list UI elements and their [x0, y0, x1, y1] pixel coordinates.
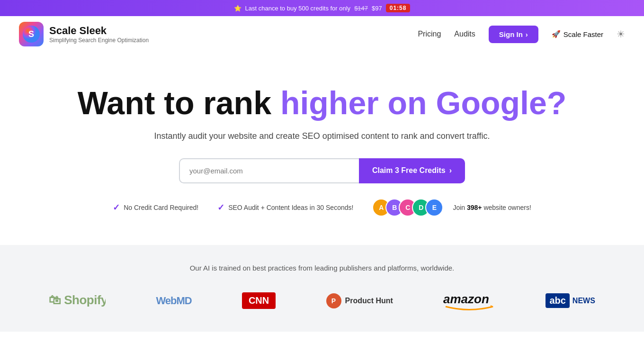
check-icon-1: ✓: [113, 202, 120, 213]
svg-marker-4: [491, 305, 493, 308]
check-icon-2: ✓: [217, 202, 224, 213]
scale-faster-link[interactable]: 🚀 Scale Faster: [552, 30, 603, 38]
promo-banner: ⭐ Last chance to buy 500 credits for onl…: [0, 0, 644, 16]
banner-text: Last chance to buy 500 credits for only: [245, 5, 351, 12]
logo-icon: S: [19, 22, 44, 46]
avatars-group: A B C D E: [372, 199, 443, 217]
hero-subheading: Instantly audit your website and create …: [19, 131, 625, 141]
webmd-logo: WebMD: [156, 295, 191, 307]
shopify-logo: 🛍 Shopify: [49, 291, 106, 311]
sun-icon: ☀: [617, 29, 625, 39]
hero-heading: Want to rank higher on Google?: [19, 85, 625, 121]
new-price: $97: [372, 5, 382, 12]
svg-text:S: S: [28, 29, 34, 39]
svg-text:🛍 Shopify: 🛍 Shopify: [49, 293, 106, 307]
amazon-logo: amazon: [443, 289, 495, 313]
badge-no-credit-card: ✓ No Credit Card Required!: [113, 202, 198, 213]
logo-text: Scale Sleek Simplifying Search Engine Op…: [49, 25, 149, 44]
logo-svg: S: [22, 25, 41, 44]
nav-audits[interactable]: Audits: [454, 30, 475, 38]
countdown-timer: 01:58: [386, 4, 411, 12]
avatar-5: E: [425, 199, 443, 217]
heading-black: Want to rank: [78, 85, 271, 121]
claim-credits-button[interactable]: Claim 3 Free Credits ›: [359, 158, 465, 183]
ph-icon: P: [326, 293, 341, 308]
old-price: $147: [354, 5, 368, 12]
brand-name: Scale Sleek: [49, 25, 149, 37]
rocket-icon: 🚀: [552, 30, 561, 38]
email-input[interactable]: [179, 158, 359, 183]
hero-cta-area: Claim 3 Free Credits ›: [19, 158, 625, 183]
abcnews-logo: abc NEWS: [546, 293, 595, 308]
hero-section: Want to rank higher on Google? Instantly…: [0, 52, 644, 245]
banner-star: ⭐: [234, 5, 242, 12]
join-text: Join 398+ website owners!: [453, 204, 531, 211]
heading-purple: higher on Google?: [280, 85, 566, 121]
social-proof-area: A B C D E Join 398+ website owners!: [372, 199, 531, 217]
main-nav: S Scale Sleek Simplifying Search Engine …: [0, 16, 644, 52]
producthunt-logo: P Product Hunt: [326, 293, 393, 308]
logo-area: S Scale Sleek Simplifying Search Engine …: [19, 22, 149, 46]
brands-row: 🛍 Shopify WebMD CNN P Product Hunt amazo…: [28, 289, 616, 313]
brands-section: Our AI is trained on best practices from…: [0, 245, 644, 332]
nav-pricing[interactable]: Pricing: [418, 30, 441, 38]
svg-text:amazon: amazon: [443, 292, 489, 306]
brand-tagline: Simplifying Search Engine Optimization: [49, 37, 149, 44]
sign-in-button[interactable]: Sign In ›: [489, 26, 538, 43]
hero-badges: ✓ No Credit Card Required! ✓ SEO Audit +…: [19, 199, 625, 217]
brands-subtitle: Our AI is trained on best practices from…: [28, 264, 616, 272]
badge-seo-audit: ✓ SEO Audit + Content Ideas in 30 Second…: [217, 202, 353, 213]
theme-toggle-button[interactable]: ☀: [617, 28, 625, 40]
cnn-logo: CNN: [242, 292, 276, 309]
join-count: 398+: [467, 204, 482, 211]
nav-links: Pricing Audits Sign In › 🚀 Scale Faster …: [418, 26, 625, 43]
